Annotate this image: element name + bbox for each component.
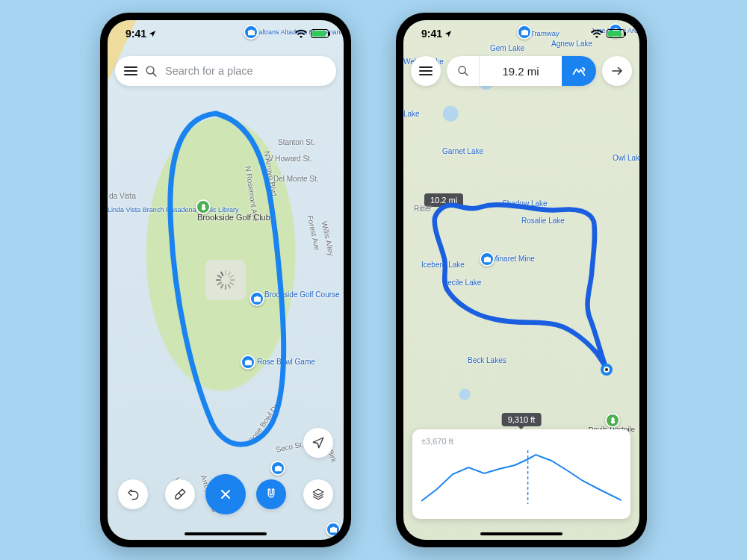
phone-left: Caltrans Altadena Maintenance Station St… xyxy=(100,13,351,547)
status-bar: 9:41 xyxy=(108,20,344,47)
distance-pill: 19.2 mi xyxy=(447,56,596,86)
location-arrow-icon xyxy=(444,30,452,37)
home-indicator xyxy=(480,532,562,536)
search-icon xyxy=(145,65,158,78)
camera-poi-icon[interactable] xyxy=(241,355,255,370)
camera-poi-icon[interactable] xyxy=(326,522,341,537)
erase-button[interactable] xyxy=(165,479,195,509)
search-row xyxy=(115,56,336,86)
undo-button[interactable] xyxy=(118,479,148,509)
locate-button[interactable] xyxy=(303,428,333,458)
camera-poi-icon[interactable] xyxy=(480,252,495,267)
screen-a: Caltrans Altadena Maintenance Station St… xyxy=(108,20,344,540)
spinner-icon xyxy=(216,270,235,290)
location-arrow-icon xyxy=(149,30,156,37)
phone-right: 10.2 mi Tramway June Mt Ski Are Gem Lake… xyxy=(396,13,647,547)
layers-icon xyxy=(311,488,325,501)
screen-b: 10.2 mi Tramway June Mt Ski Are Gem Lake… xyxy=(403,20,639,540)
elevation-profile-chart[interactable] xyxy=(421,446,622,505)
camera-poi-icon[interactable] xyxy=(270,461,285,476)
snap-route-button[interactable] xyxy=(256,479,286,509)
eraser-icon xyxy=(173,488,187,501)
elevation-toggle[interactable] xyxy=(562,56,596,86)
search-segment[interactable] xyxy=(447,56,480,86)
tree-poi-icon[interactable] xyxy=(196,199,211,214)
battery-icon xyxy=(607,29,624,38)
camera-poi-icon[interactable] xyxy=(249,291,264,306)
svg-line-1 xyxy=(153,72,156,75)
elevation-marker-tooltip: 9,310 ft xyxy=(502,413,542,426)
tree-poi-icon[interactable] xyxy=(605,413,620,428)
elevation-range: ±3,670 ft xyxy=(421,437,622,446)
svg-line-4 xyxy=(465,72,468,75)
elevation-icon xyxy=(571,63,586,78)
menu-icon xyxy=(419,66,433,75)
search-bar[interactable] xyxy=(115,56,336,86)
status-time: 9:41 xyxy=(125,28,156,40)
search-input[interactable] xyxy=(165,65,327,77)
status-time: 9:41 xyxy=(421,28,452,40)
distance-value[interactable]: 19.2 mi xyxy=(480,56,562,86)
bottom-toolbar xyxy=(108,474,344,514)
arrow-right-icon xyxy=(610,64,624,78)
loading-spinner xyxy=(205,260,246,300)
top-row: 19.2 mi xyxy=(411,56,632,86)
wifi-icon xyxy=(591,29,603,38)
battery-icon xyxy=(311,29,329,38)
wifi-icon xyxy=(295,29,307,38)
close-icon xyxy=(218,487,233,502)
home-indicator xyxy=(185,532,267,536)
elevation-card[interactable]: 9,310 ft ±3,670 ft xyxy=(412,429,630,519)
route-start-marker[interactable] xyxy=(601,364,613,376)
location-arrow-icon xyxy=(311,436,325,449)
layers-button[interactable] xyxy=(303,479,333,509)
menu-button[interactable] xyxy=(411,56,441,86)
search-icon xyxy=(457,65,469,77)
magnet-icon xyxy=(264,488,278,501)
undo-icon xyxy=(126,488,140,501)
menu-icon[interactable] xyxy=(124,66,137,75)
close-draw-button[interactable] xyxy=(205,474,246,514)
status-bar: 9:41 xyxy=(403,20,639,47)
next-button[interactable] xyxy=(602,56,632,86)
svg-line-2 xyxy=(179,493,182,497)
